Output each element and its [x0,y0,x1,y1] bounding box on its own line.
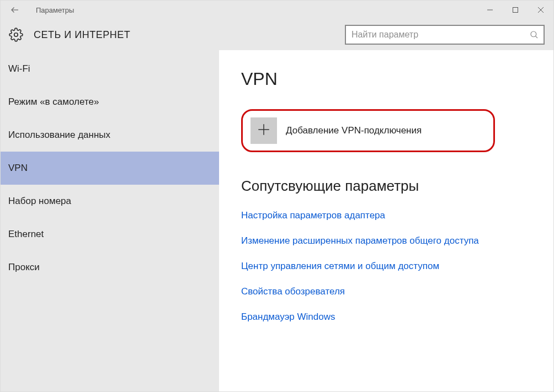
window-title: Параметры [36,6,74,14]
sidebar-item-data-usage[interactable]: Использование данных [1,119,219,152]
sidebar-item-vpn[interactable]: VPN [1,152,219,185]
link-advanced-sharing[interactable]: Изменение расширенных параметров общего … [241,235,540,246]
header: СЕТЬ И ИНТЕРНЕТ [1,19,553,50]
sidebar-item-label: Прокси [8,262,40,273]
settings-window: Параметры СЕТЬ И ИНТЕРНЕТ [0,0,554,392]
link-windows-firewall[interactable]: Брандмауэр Windows [241,312,540,323]
sidebar-item-airplane-mode[interactable]: Режим «в самолете» [1,85,219,119]
svg-rect-2 [513,8,518,13]
sidebar-item-label: Wi-Fi [8,63,30,74]
minimize-button[interactable] [477,1,503,19]
sidebar-item-label: VPN [8,163,28,174]
titlebar: Параметры [1,1,553,19]
content: VPN Добавление VPN-подключения Сопутсвую… [219,50,553,391]
link-adapter-settings[interactable]: Настройка параметров адаптера [241,210,540,221]
annotation-highlight: Добавление VPN-подключения [241,109,495,152]
link-label: Изменение расширенных параметров общего … [241,235,479,246]
search-icon [529,30,539,40]
add-vpn-label[interactable]: Добавление VPN-подключения [286,125,422,136]
add-vpn-button[interactable] [251,117,277,144]
svg-line-7 [535,36,537,38]
related-section-title: Сопутсвующие параметры [241,178,540,195]
category-title: СЕТЬ И ИНТЕРНЕТ [34,29,130,41]
sidebar-item-label: Набор номера [8,196,71,207]
gear-icon [8,27,24,42]
back-button[interactable] [8,3,22,17]
link-label: Центр управления сетями и общим доступом [241,261,439,271]
sidebar-item-wifi[interactable]: Wi-Fi [1,52,219,85]
sidebar-item-ethernet[interactable]: Ethernet [1,218,219,251]
svg-point-6 [531,31,536,37]
sidebar: Wi-Fi Режим «в самолете» Использование д… [1,50,219,391]
window-controls [477,1,553,19]
link-label: Брандмауэр Windows [241,312,335,322]
svg-point-5 [14,33,18,37]
link-label: Свойства обозревателя [241,286,345,297]
search-input[interactable] [351,30,529,40]
plus-icon [257,122,271,139]
sidebar-item-label: Режим «в самолете» [8,96,99,108]
body: Wi-Fi Режим «в самолете» Использование д… [1,50,553,391]
sidebar-item-label: Использование данных [8,130,110,141]
sidebar-item-proxy[interactable]: Прокси [1,251,219,284]
maximize-button[interactable] [503,1,528,19]
sidebar-item-dialup[interactable]: Набор номера [1,185,219,218]
search-box[interactable] [345,25,545,45]
link-internet-options[interactable]: Свойства обозревателя [241,286,540,297]
close-button[interactable] [528,1,553,19]
page-title: VPN [241,69,540,89]
link-network-sharing-center[interactable]: Центр управления сетями и общим доступом [241,261,540,272]
sidebar-item-label: Ethernet [8,229,44,240]
link-label: Настройка параметров адаптера [241,210,385,221]
